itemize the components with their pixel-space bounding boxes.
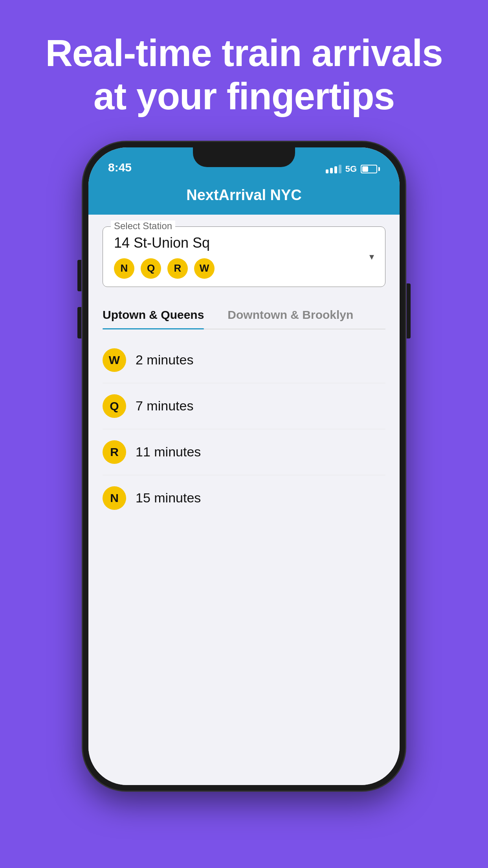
phone-mockup: 8:45 5G NextArrival NYC (83, 142, 405, 791)
network-label: 5G (345, 164, 357, 174)
tab-uptown[interactable]: Uptown & Queens (103, 301, 204, 329)
app-content: Select Station 14 St-Union Sq N Q R W ▾ … (88, 215, 400, 785)
line-badge-r: R (167, 258, 188, 279)
app-title: NextArrival NYC (186, 187, 302, 203)
arrival-item-n: N 15 minutes (103, 475, 385, 521)
arrival-item-r: R 11 minutes (103, 429, 385, 475)
arrival-line-badge-r: R (103, 440, 126, 464)
arrival-line-badge-q: Q (103, 394, 126, 418)
arrival-line-badge-w: W (103, 348, 126, 372)
dropdown-arrow-icon: ▾ (369, 251, 374, 262)
station-selector-label: Select Station (111, 221, 175, 232)
battery-icon (361, 165, 380, 173)
status-time: 8:45 (108, 161, 132, 174)
arrival-line-badge-n: N (103, 486, 126, 510)
tab-downtown[interactable]: Downtown & Brooklyn (227, 301, 353, 329)
arrival-time-n: 15 minutes (136, 490, 201, 506)
arrival-time-q: 7 minutes (136, 398, 193, 414)
signal-icon (326, 165, 341, 173)
station-name: 14 St-Union Sq (114, 235, 374, 251)
app-header: NextArrival NYC (88, 179, 400, 215)
hero-title: Real-time train arrivals at your fingert… (0, 31, 488, 118)
arrivals-list: W 2 minutes Q 7 minutes R 11 minutes N 1… (103, 337, 385, 521)
direction-tabs: Uptown & Queens Downtown & Brooklyn (103, 301, 385, 329)
arrival-item-w: W 2 minutes (103, 337, 385, 383)
arrival-item-q: Q 7 minutes (103, 383, 385, 429)
phone-screen: 8:45 5G NextArrival NYC (88, 147, 400, 785)
line-badge-w: W (194, 258, 215, 279)
line-badge-n: N (114, 258, 134, 279)
station-lines: N Q R W (114, 258, 374, 279)
station-selector[interactable]: Select Station 14 St-Union Sq N Q R W ▾ (103, 226, 385, 287)
arrival-time-r: 11 minutes (136, 444, 201, 460)
status-icons: 5G (326, 164, 380, 174)
line-badge-q: Q (141, 258, 161, 279)
phone-notch (193, 147, 295, 167)
arrival-time-w: 2 minutes (136, 352, 193, 368)
